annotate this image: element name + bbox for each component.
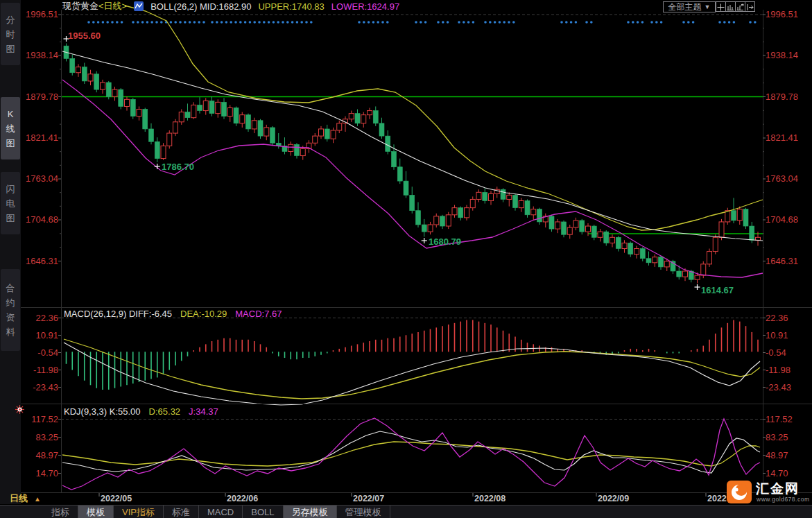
theme-dropdown-label: 全部主题 — [668, 2, 702, 12]
period-selector-button[interactable]: 日线 ▲ — [0, 493, 41, 504]
kdj-header: KDJ(9,3,3) K:55.00 D:65.32 J:34.37 — [64, 406, 218, 416]
y-axis-label: 1704.68 — [24, 214, 58, 225]
y-axis-label: 48.97 — [766, 450, 809, 460]
bottom-tab-3[interactable]: VIP指标 — [114, 506, 164, 518]
trading-app-window: 分时图K线图闪电图合约资料 现货黄金<日线> BOLL(26,2) MID:16… — [0, 0, 812, 518]
y-axis-label: 1821.41 — [766, 132, 809, 143]
y-axis-label: 1646.31 — [766, 256, 809, 266]
x-axis-row: 日线 ▲ 2022/052022/062022/072022/082022/09… — [0, 493, 812, 504]
period-tag: <日线> — [98, 1, 127, 11]
y-axis-label: 14.70 — [24, 468, 58, 478]
symbol-name: 现货黄金 — [62, 1, 98, 11]
extreme-markers — [64, 36, 700, 290]
brand-logo: 汇金网 www.gold678.com — [725, 480, 809, 504]
chart-canvas[interactable] — [0, 0, 812, 518]
y-axis-label: 22.36 — [24, 313, 58, 323]
y-axis-label: -11.98 — [24, 365, 58, 375]
x-axis-label: 2022/07 — [353, 494, 384, 503]
x-axis-label: 2022/09 — [598, 494, 629, 503]
bottom-tab-6[interactable]: BOLL — [243, 506, 283, 518]
triangle-up-icon: ▲ — [34, 495, 41, 503]
crosshair-icon[interactable] — [716, 1, 726, 12]
x-axis-label: 2022/05 — [101, 494, 132, 503]
y-axis-label: 117.52 — [24, 414, 58, 424]
y-axis-label: 83.25 — [766, 432, 809, 442]
event-dots — [87, 21, 756, 24]
y-axis-label: 48.97 — [24, 450, 58, 460]
y-axis-label: -0.54 — [766, 347, 809, 358]
macd-dea-label: DEA:-10.29 — [180, 309, 227, 318]
y-axis-label: -23.43 — [24, 382, 58, 392]
x-axis-label: 2022/08 — [474, 494, 506, 503]
y-axis-label: 1996.51 — [766, 9, 809, 19]
kdj-title: KDJ(9,3,3) K:55.00 — [64, 406, 141, 416]
theme-dropdown[interactable]: 全部主题 ▼ — [663, 1, 716, 12]
collapse-panel-icon[interactable] — [745, 1, 755, 12]
y-axis-label: 10.91 — [24, 330, 58, 340]
brand-logo-icon — [727, 481, 752, 503]
y-axis-label: 1879.78 — [24, 92, 58, 102]
y-axis-label: 22.36 — [766, 313, 809, 323]
price-annotation: 1955.60 — [68, 31, 101, 41]
x-axis-label: 2022/06 — [227, 494, 258, 503]
y-axis-label: 1763.04 — [24, 173, 58, 184]
y-axis-label: 1704.68 — [766, 214, 809, 225]
y-axis-label: 1646.31 — [24, 256, 58, 266]
y-axis-label: 1821.41 — [24, 132, 58, 143]
kdj-j-line — [62, 418, 760, 490]
boll-upper-line — [125, 6, 763, 230]
y-axis-label: 117.52 — [766, 414, 809, 424]
bottom-tab-8[interactable]: 管理模板 — [337, 506, 390, 518]
panel-borders — [21, 10, 812, 493]
chevron-down-icon: ▼ — [705, 2, 711, 12]
y-axis-label: 1996.51 — [24, 9, 58, 19]
y-axis-label: -11.98 — [766, 365, 809, 375]
overlay-chart-icon[interactable] — [134, 1, 144, 11]
pane-chart-arrow-icon[interactable] — [735, 1, 745, 12]
y-axis-label: 1938.14 — [24, 50, 58, 60]
kdj-j-label: J:34.37 — [189, 406, 218, 416]
macd-title: MACD(26,12,9) DIFF:-6.45 — [64, 309, 172, 318]
y-axis-label: 10.91 — [766, 330, 809, 340]
boll-mid-label: BOLL(26,2) MID:1682.90 — [150, 1, 251, 12]
y-axis-label: 83.25 — [24, 432, 58, 442]
boll-lower-label: LOWER:1624.97 — [331, 1, 399, 12]
price-annotation: 1680.79 — [429, 236, 461, 247]
pane-chart-icon[interactable] — [725, 1, 736, 12]
bottom-tab-1[interactable]: 指标 — [43, 506, 78, 518]
y-axis-label: -0.54 — [24, 347, 58, 358]
bottom-tab-7[interactable]: 另存模板 — [284, 506, 337, 518]
period-label: 日线 — [10, 492, 28, 505]
macd-diff-line — [64, 343, 760, 405]
chart-header: 现货黄金<日线> BOLL(26,2) MID:1682.90 UPPER:17… — [62, 1, 399, 12]
symbol-title: 现货黄金<日线> — [62, 0, 127, 12]
kdj-d-label: D:65.32 — [149, 406, 181, 416]
tabbar-spacer — [0, 506, 43, 518]
price-annotation: 1786.70 — [162, 162, 194, 172]
bottom-tab-2[interactable]: 模板 — [78, 506, 114, 518]
price-annotation: 1614.67 — [701, 285, 734, 295]
brand-url: www.gold678.com — [757, 496, 809, 503]
y-axis-label: -23.43 — [766, 382, 809, 392]
y-axis-label: 1763.04 — [766, 173, 809, 184]
macd-header: MACD(26,12,9) DIFF:-6.45 DEA:-10.29 MACD… — [64, 309, 282, 318]
bottom-tab-5[interactable]: MACD — [199, 506, 243, 518]
boll-upper-label: UPPER:1740.83 — [258, 1, 324, 12]
y-axis-label: 14.70 — [766, 468, 809, 478]
bottom-tab-4[interactable]: 标准 — [164, 506, 199, 518]
boll-lower-line — [62, 80, 763, 277]
y-axis-label: 1938.14 — [766, 50, 809, 60]
y-axis-label: 1879.78 — [766, 92, 809, 102]
x-axis-label: 2022 — [707, 494, 727, 503]
grid-lines — [61, 15, 763, 420]
kdj-k-line — [62, 431, 760, 473]
macd-macd-label: MACD:7.67 — [235, 309, 282, 318]
indicator-settings-icon[interactable] — [15, 404, 25, 415]
bottom-tab-bar: 指标模板VIP指标标准MACDBOLL另存模板管理模板 — [0, 505, 812, 518]
